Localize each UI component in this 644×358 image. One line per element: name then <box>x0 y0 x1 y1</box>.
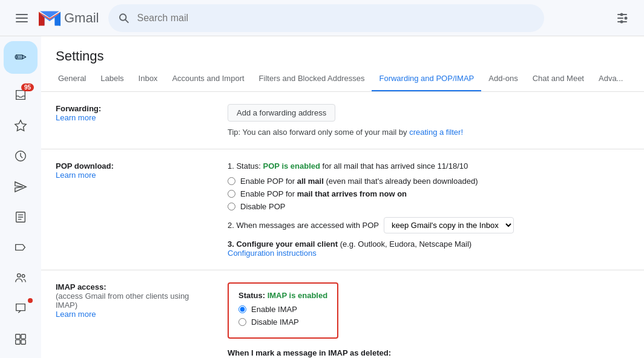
tab-inbox[interactable]: Inbox <box>131 67 165 92</box>
imap-row: IMAP access: (access Gmail from other cl… <box>41 270 644 358</box>
sidebar-item-labels[interactable] <box>4 233 38 261</box>
topbar: Gmail <box>0 0 644 36</box>
forwarding-label: Forwarding: <box>56 104 213 113</box>
imap-value-col: Status: IMAP is enabled Enable IMAP Disa… <box>228 282 629 358</box>
sidebar-item-contacts[interactable] <box>4 264 38 292</box>
label-icon <box>14 241 27 254</box>
svg-line-4 <box>125 19 128 22</box>
pop-status-prefix: 1. Status: <box>228 161 263 171</box>
pop-option1-label: Enable POP for all mail (even mail that'… <box>240 177 478 186</box>
forwarding-tip: Tip: You can also forward only some of y… <box>228 128 629 137</box>
pop-when-row: 2. When messages are accessed with POP k… <box>228 217 629 233</box>
draft-icon <box>14 210 27 224</box>
settings-icon[interactable] <box>610 6 634 30</box>
tab-filters[interactable]: Filters and Blocked Addresses <box>252 67 372 92</box>
pop-option1-row: Enable POP for all mail (even mail that'… <box>228 177 629 186</box>
pop-status: 1. Status: POP is enabled for all mail t… <box>228 161 629 171</box>
pop-disable-radio[interactable] <box>228 203 235 210</box>
settings-content: Forwarding: Learn more Add a forwarding … <box>41 92 644 358</box>
pop-option3-row: Disable POP <box>228 202 629 211</box>
gmail-wordmark: Gmail <box>64 10 99 26</box>
send-icon <box>14 180 27 194</box>
tab-labels[interactable]: Labels <box>93 67 131 92</box>
pop-new-mail-radio[interactable] <box>228 190 235 198</box>
inbox-badge: 95 <box>21 83 34 91</box>
imap-disable-radio[interactable] <box>238 318 246 326</box>
svg-point-13 <box>18 274 21 278</box>
pop-status-suffix: for all mail that has arrived since 11/1… <box>320 161 468 171</box>
sidebar-item-chat[interactable] <box>4 295 38 322</box>
compose-button[interactable]: ✏ <box>4 41 38 74</box>
pop-option2-row: Enable POP for mail that arrives from no… <box>228 189 629 198</box>
tip-text-static: Tip: You can also forward only some of y… <box>228 128 407 137</box>
imap-enable-radio[interactable] <box>238 305 246 313</box>
pop-option3-label: Disable POP <box>240 202 285 211</box>
pop-label-col: POP download: Learn more <box>56 161 213 258</box>
svg-rect-16 <box>21 334 25 338</box>
imap-when-deleted-section: When I mark a message in IMAP as deleted… <box>228 348 629 358</box>
pop-configure-row: 3. Configure your email client (e.g. Out… <box>228 239 629 258</box>
people-icon <box>14 272 27 285</box>
clock-icon <box>14 149 27 163</box>
imap-when-deleted-label: When I mark a message in IMAP as deleted… <box>228 348 629 357</box>
sidebar-item-inbox[interactable]: 95 <box>4 81 38 109</box>
svg-rect-17 <box>16 340 20 344</box>
search-input[interactable] <box>137 13 535 24</box>
forwarding-row: Forwarding: Learn more Add a forwarding … <box>41 92 644 149</box>
pop-value-col: 1. Status: POP is enabled for all mail t… <box>228 161 629 258</box>
settings-title: Settings <box>41 36 644 64</box>
svg-rect-18 <box>21 340 25 344</box>
layout: ✏ 95 <box>0 36 644 358</box>
menu-icon[interactable] <box>10 6 34 30</box>
svg-point-14 <box>22 275 25 278</box>
spaces-icon <box>14 333 27 346</box>
tab-forwarding[interactable]: Forwarding and POP/IMAP <box>372 67 481 92</box>
sidebar-item-snoozed[interactable] <box>4 142 38 170</box>
chat-badge-dot <box>28 298 33 303</box>
pop-all-mail-radio[interactable] <box>228 177 235 185</box>
gmail-logo: Gmail <box>39 7 99 29</box>
configuration-instructions-link[interactable]: Configuration instructions <box>228 249 317 258</box>
forwarding-learn-more[interactable]: Learn more <box>56 113 213 122</box>
imap-label-col: IMAP access: (access Gmail from other cl… <box>56 282 213 358</box>
imap-label: IMAP access: <box>56 282 213 291</box>
imap-status-prefix: Status: <box>238 291 268 300</box>
main-content: Settings General Labels Inbox Accounts a… <box>41 36 644 358</box>
pop-when-label: 2. When messages are accessed with POP <box>228 221 379 230</box>
tab-advanced[interactable]: Adva... <box>591 67 630 92</box>
pop-configure-mid: (e.g. Outlook, Eudora, Netscape Mail) <box>338 239 472 249</box>
pop-row: POP download: Learn more 1. Status: POP … <box>41 149 644 270</box>
topbar-right <box>610 6 634 30</box>
pop-option2-label: Enable POP for mail that arrives from no… <box>240 189 407 198</box>
pop-label: POP download: <box>56 161 213 171</box>
sidebar-item-sent[interactable] <box>4 172 38 200</box>
imap-enable-row: Enable IMAP <box>238 305 327 314</box>
svg-rect-0 <box>16 14 28 15</box>
pop-learn-more[interactable]: Learn more <box>56 171 213 180</box>
svg-rect-2 <box>16 21 28 22</box>
chat-icon <box>14 302 27 315</box>
imap-enable-label: Enable IMAP <box>251 305 297 314</box>
search-bar[interactable] <box>108 4 544 32</box>
sidebar-item-drafts[interactable] <box>4 203 38 231</box>
imap-enabled-text: IMAP is enabled <box>268 291 327 300</box>
tab-chat[interactable]: Chat and Meet <box>525 67 591 92</box>
tab-accounts[interactable]: Accounts and Import <box>165 67 251 92</box>
svg-point-9 <box>620 13 623 16</box>
star-icon <box>14 119 27 132</box>
forwarding-value-col: Add a forwarding address Tip: You can al… <box>228 104 629 137</box>
imap-learn-more[interactable]: Learn more <box>56 310 213 319</box>
imap-box: Status: IMAP is enabled Enable IMAP Disa… <box>228 282 338 339</box>
svg-rect-6 <box>617 18 623 19</box>
svg-point-10 <box>620 20 623 23</box>
add-forwarding-address-button[interactable]: Add a forwarding address <box>228 104 335 122</box>
imap-disable-row: Disable IMAP <box>238 317 327 327</box>
sidebar-item-spaces[interactable] <box>4 325 38 353</box>
sidebar-item-starred[interactable] <box>4 112 38 140</box>
tab-general[interactable]: General <box>51 67 93 92</box>
pop-configure-prefix: 3. Configure your email client <box>228 239 338 249</box>
tab-addons[interactable]: Add-ons <box>481 67 525 92</box>
pop-when-select[interactable]: keep Gmail's copy in the Inbox archive G… <box>384 217 514 233</box>
creating-filter-link[interactable]: creating a filter! <box>409 128 463 137</box>
imap-status: Status: IMAP is enabled <box>238 291 327 300</box>
